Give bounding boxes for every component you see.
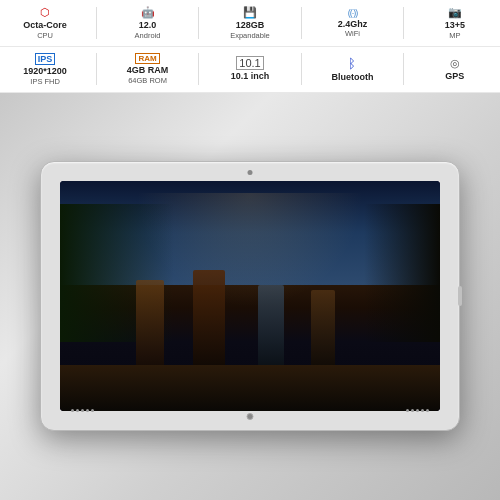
speaker-dot [86, 409, 89, 412]
divider-5 [96, 53, 97, 85]
spec-bluetooth: ᛒ Bluetooth [325, 54, 380, 85]
spec-ram-sub: 64GB ROM [128, 76, 167, 85]
speaker-dot [91, 409, 94, 412]
ips-icon: IPS [35, 53, 56, 65]
figure-1 [136, 280, 164, 370]
spec-camera: 📷 13+5 MP [427, 4, 482, 42]
divider-6 [198, 53, 199, 85]
speaker-dot [426, 409, 429, 412]
divider-3 [301, 7, 302, 39]
spec-wifi-main: 2.4Ghz [338, 19, 368, 30]
spec-android: 🤖 12.0 Android [120, 4, 175, 42]
gps-icon: ◎ [450, 57, 460, 70]
tablet-bottom-camera [247, 413, 254, 420]
spec-android-sub: Android [135, 31, 161, 40]
tablet-front-camera [248, 170, 253, 175]
spec-storage: 💾 128GB Expandable [222, 4, 277, 42]
divider-4 [403, 7, 404, 39]
power-button[interactable] [458, 286, 462, 306]
speaker-dot [76, 409, 79, 412]
divider-2 [198, 7, 199, 39]
spec-camera-sub: MP [449, 31, 460, 40]
divider-1 [96, 7, 97, 39]
product-image-area [0, 93, 500, 500]
figure-3 [258, 285, 284, 370]
speaker-dot [71, 409, 74, 412]
speaker-dot [416, 409, 419, 412]
wifi-icon: ((·)) [348, 8, 358, 18]
spec-cpu-main: Octa-Core [23, 20, 67, 31]
speaker-dot [81, 409, 84, 412]
specs-row-2: IPS 1920*1200 IPS FHD RAM 4GB RAM 64GB R… [0, 47, 500, 93]
spec-ram: RAM 4GB RAM 64GB ROM [120, 51, 175, 87]
spec-storage-sub: Expandable [230, 31, 270, 40]
spec-android-main: 12.0 [139, 20, 157, 31]
tablet-screen [60, 181, 440, 411]
screen-content [60, 181, 440, 411]
spec-bluetooth-main: Bluetooth [331, 72, 373, 83]
storage-icon: 💾 [243, 6, 257, 19]
speaker-left [71, 409, 94, 412]
product-page: ⬡ Octa-Core CPU 🤖 12.0 Android 💾 128GB E… [0, 0, 500, 500]
spec-wifi: ((·)) 2.4Ghz WiFi [325, 6, 380, 41]
spec-gps: ◎ GPS [427, 55, 482, 84]
spec-ram-main: 4GB RAM [127, 65, 169, 76]
cpu-icon: ⬡ [40, 6, 50, 19]
spec-size-main: 10.1 inch [231, 71, 270, 82]
camera-icon: 📷 [448, 6, 462, 19]
spec-gps-main: GPS [445, 71, 464, 82]
scene-ground [60, 365, 440, 411]
specs-row-1: ⬡ Octa-Core CPU 🤖 12.0 Android 💾 128GB E… [0, 0, 500, 47]
divider-8 [403, 53, 404, 85]
spec-ips-sub: IPS FHD [30, 77, 60, 86]
figure-2 [193, 270, 225, 370]
size-icon: 10.1 [236, 56, 263, 70]
spec-ips-main: 1920*1200 [23, 66, 67, 77]
spec-ips: IPS 1920*1200 IPS FHD [18, 51, 73, 88]
figure-4 [311, 290, 335, 370]
speaker-right [406, 409, 429, 412]
spec-cpu: ⬡ Octa-Core CPU [18, 4, 73, 42]
spec-size: 10.1 10.1 inch [222, 54, 277, 84]
spec-cpu-sub: CPU [37, 31, 53, 40]
android-icon: 🤖 [141, 6, 155, 19]
ram-icon: RAM [135, 53, 159, 64]
scene-trees-right [364, 204, 440, 342]
divider-7 [301, 53, 302, 85]
tablet-device [40, 161, 460, 431]
speaker-dot [406, 409, 409, 412]
speaker-dot [421, 409, 424, 412]
spec-camera-main: 13+5 [445, 20, 465, 31]
speaker-dot [411, 409, 414, 412]
bluetooth-icon: ᛒ [348, 56, 356, 71]
spec-wifi-sub: WiFi [345, 29, 360, 38]
spec-storage-main: 128GB [236, 20, 265, 31]
